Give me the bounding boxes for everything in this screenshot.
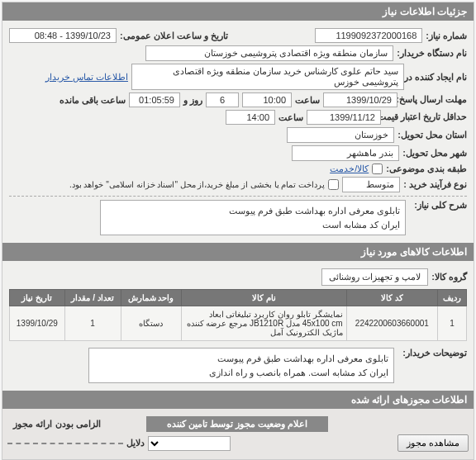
- row-creator: نام ایجاد کننده درخواست: سید حاتم علوی ک…: [9, 64, 467, 90]
- items-table: ردیف کد کالا نام کالا واحد شمارش تعداد /…: [9, 289, 467, 341]
- desc-line-1: تابلوی معرفی اداره بهداشت طبق فرم پیوست: [106, 204, 400, 218]
- col-date: تاریخ نیاز: [10, 290, 65, 306]
- cat-label: طبقه بندی موضوعی:: [386, 164, 467, 174]
- main-panel: جزئیات اطلاعات نیاز شماره نیاز: 11990923…: [2, 2, 474, 460]
- time-label-2: ساعت: [278, 112, 303, 123]
- items-section: گروه کالا: لامپ و تجهیزات روشنائی ردیف ک…: [2, 261, 474, 391]
- buyer-notes-l2: ایران کد مشابه است. همراه بانصب و راه ان…: [94, 366, 388, 380]
- time-label-1: ساعت: [295, 95, 320, 106]
- row-desc: شرح کلی نیاز: تابلوی معرفی اداره بهداشت …: [9, 200, 467, 235]
- deadline-label: مهلت ارسال پاسخ: تا تاریخ:: [401, 94, 467, 105]
- contact-link[interactable]: اطلاعات تماس خریدار: [45, 72, 128, 83]
- remain-label: ساعت باقی مانده: [60, 95, 126, 106]
- authz-top-row: اعلام وضعیت مجوز توسط تامین کننده الزامی…: [7, 416, 469, 432]
- table-header-row: ردیف کد کالا نام کالا واحد شمارش تعداد /…: [10, 290, 467, 306]
- status-select[interactable]: [148, 436, 231, 451]
- cell-code: 2242200603660001: [346, 306, 437, 341]
- days-remaining: 6: [206, 92, 239, 107]
- countdown: 01:05:59: [129, 92, 180, 107]
- creator-label: نام ایجاد کننده درخواست:: [407, 72, 467, 83]
- row-req-pub: شماره نیاز: 1199092372000168 تاریخ و ساع…: [9, 28, 467, 43]
- row-buyer-org: نام دستگاه خریدار: سازمان منطقه ویژه اقت…: [9, 45, 467, 61]
- cell-unit: دستگاه: [121, 306, 181, 341]
- desc-label: شرح کلی نیاز:: [414, 200, 467, 211]
- row-proc: نوع فرآیند خرید : متوسط پرداخت تمام یا ب…: [9, 177, 467, 192]
- province-label: استان محل تحویل:: [397, 130, 467, 140]
- group-label: گروه کالا:: [431, 272, 467, 282]
- buyer-notes-box: تابلوی معرفی اداره بهداشت طبق فرم پیوست …: [88, 348, 394, 383]
- proc-note: پرداخت تمام یا بخشی از مبلغ خرید،از محل …: [69, 180, 325, 189]
- pubdate-label: تاریخ و ساعت اعلان عمومی:: [120, 31, 228, 41]
- day-and-label: روز و: [183, 95, 202, 106]
- cell-name: نمایشگر تابلو روان کاربرد تبلیغاتی ابعاد…: [181, 306, 346, 341]
- table-row: 1 2242200603660001 نمایشگر تابلو روان کا…: [10, 306, 467, 341]
- row-category: طبقه بندی موضوعی: کالا/خدمت: [9, 164, 467, 174]
- desc-line-2: ایران کد مشابه است: [106, 218, 400, 232]
- row-province: استان محل تحویل: خوزستان: [9, 127, 467, 143]
- req-no-field: 1199092372000168: [315, 28, 422, 43]
- row-group: گروه کالا: لامپ و تجهیزات روشنائی: [9, 268, 467, 286]
- col-name: نام کالا: [181, 290, 346, 306]
- city-field: بندر ماهشهر: [292, 145, 399, 161]
- buyer-org-field: سازمان منطقه ویژه اقتصادی پتروشیمی خوزست…: [145, 45, 393, 61]
- cat-checkbox[interactable]: [372, 164, 383, 174]
- proc-label: نوع فرآیند خرید :: [403, 179, 467, 190]
- deadline-time: 10:00: [242, 92, 292, 107]
- panel-header: جزئیات اطلاعات نیاز: [2, 2, 474, 21]
- desc-box: تابلوی معرفی اداره بهداشت طبق فرم پیوست …: [100, 200, 406, 235]
- valid-label: حداقل تاریخ اعتبار قیمت: تا تاریخ:: [384, 111, 467, 122]
- authz-header: اطلاعات مجوزهای ارائه شده: [2, 391, 474, 409]
- province-field: خوزستان: [287, 127, 394, 143]
- group-value: لامپ و تجهیزات روشنائی: [321, 268, 428, 286]
- valid-date: 1399/11/12: [307, 110, 381, 125]
- proc-checkbox[interactable]: [328, 179, 339, 190]
- col-idx: ردیف: [438, 290, 467, 306]
- valid-time: 14:00: [226, 110, 275, 125]
- dash-line: [7, 443, 123, 444]
- row-buyer-notes: توضیحات خریدار: تابلوی معرفی اداره بهداش…: [9, 348, 467, 383]
- buyer-org-label: نام دستگاه خریدار:: [397, 48, 467, 59]
- items-header: اطلاعات کالاهای مورد نیاز: [2, 243, 474, 261]
- view-permit-button[interactable]: مشاهده مجوز: [397, 434, 469, 452]
- pubdate-field: 1399/10/23 - 08:48: [9, 28, 117, 43]
- cell-qty: 1: [64, 306, 121, 341]
- authz-header-title: اطلاعات مجوزهای ارائه شده: [351, 394, 467, 405]
- row-deadline: مهلت ارسال پاسخ: تا تاریخ: 1399/10/29 سا…: [9, 92, 467, 107]
- mandatory-label: الزامی بودن ارائه مجوز: [7, 419, 107, 429]
- cat-link[interactable]: کالا/خدمت: [330, 164, 369, 174]
- buyer-notes-label: توضیحات خریدار:: [402, 348, 467, 358]
- divider-1: [9, 196, 467, 197]
- row-city: شهر محل تحویل: بندر ماهشهر: [9, 145, 467, 161]
- reason-label: دلایل: [126, 438, 145, 448]
- deadline-date: 1399/10/29: [323, 92, 397, 107]
- col-unit: واحد شمارش: [121, 290, 181, 306]
- col-code: کد کالا: [346, 290, 437, 306]
- req-no-label: شماره نیاز:: [426, 31, 467, 41]
- city-label: شهر محل تحویل:: [402, 148, 467, 159]
- col-qty: تعداد / مقدار: [64, 290, 121, 306]
- info-section: شماره نیاز: 1199092372000168 تاریخ و ساع…: [2, 21, 474, 243]
- buyer-notes-l1: تابلوی معرفی اداره بهداشت طبق فرم پیوست: [94, 352, 388, 366]
- status-header: اعلام وضعیت مجوز توسط تامین کننده: [146, 416, 328, 432]
- cell-date: 1399/10/29: [10, 306, 65, 341]
- cell-idx: 1: [438, 306, 467, 341]
- row-valid: حداقل تاریخ اعتبار قیمت: تا تاریخ: 1399/…: [9, 110, 467, 125]
- creator-field: سید حاتم علوی کارشناس خرید سازمان منطقه …: [131, 64, 404, 90]
- authz-section: اعلام وضعیت مجوز توسط تامین کننده الزامی…: [2, 409, 474, 459]
- panel-title: جزئیات اطلاعات نیاز: [383, 6, 467, 17]
- items-header-title: اطلاعات کالاهای مورد نیاز: [361, 246, 467, 258]
- proc-field: متوسط: [342, 177, 400, 192]
- authz-row: مشاهده مجوز دلایل: [7, 434, 469, 452]
